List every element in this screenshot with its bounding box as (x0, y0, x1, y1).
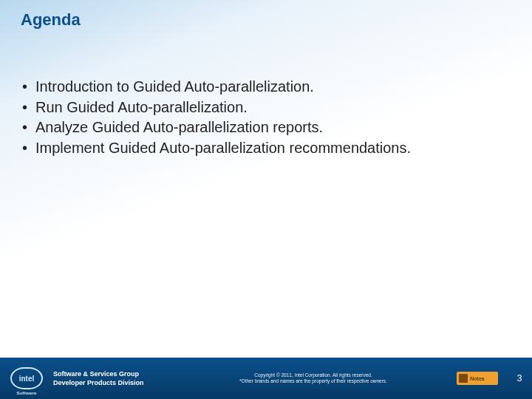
slide-title: Agenda (21, 10, 81, 30)
logo-container: intel (0, 358, 53, 399)
bullet-icon: • (22, 138, 35, 159)
slide: Agenda • Introduction to Guided Auto-par… (0, 0, 532, 399)
footer-bar: intel Software & Services Group Develope… (0, 358, 532, 399)
list-item: • Implement Guided Auto-parallelization … (22, 138, 502, 159)
badge-area: Notes (448, 372, 507, 385)
copyright-block: Copyright © 2011, Intel Corporation. All… (179, 372, 448, 384)
copyright-line-1: Copyright © 2011, Intel Corporation. All… (179, 372, 448, 378)
bullet-icon: • (22, 98, 35, 118)
copyright-line-2: *Other brands and names are the property… (179, 378, 448, 384)
bullet-text: Introduction to Guided Auto-parallelizat… (35, 77, 502, 98)
group-division: Software & Services Group Developer Prod… (53, 369, 179, 387)
group-line-2: Developer Products Division (53, 378, 179, 387)
list-item: • Run Guided Auto-parallelization. (22, 98, 502, 118)
group-line-1: Software & Services Group (53, 369, 179, 378)
bullet-text: Analyze Guided Auto-parallelization repo… (35, 117, 502, 138)
bullet-list: • Introduction to Guided Auto-paralleliz… (22, 77, 502, 158)
bullet-text: Implement Guided Auto-parallelization re… (35, 138, 502, 159)
intel-logo-icon: intel (10, 367, 43, 389)
list-item: • Analyze Guided Auto-parallelization re… (22, 117, 502, 138)
page-number: 3 (507, 373, 532, 383)
bullet-icon: • (22, 77, 35, 98)
list-item: • Introduction to Guided Auto-paralleliz… (22, 77, 502, 98)
optimization-notes-badge-icon: Notes (457, 372, 498, 385)
bullet-text: Run Guided Auto-parallelization. (35, 98, 502, 118)
bullet-icon: • (22, 117, 35, 138)
